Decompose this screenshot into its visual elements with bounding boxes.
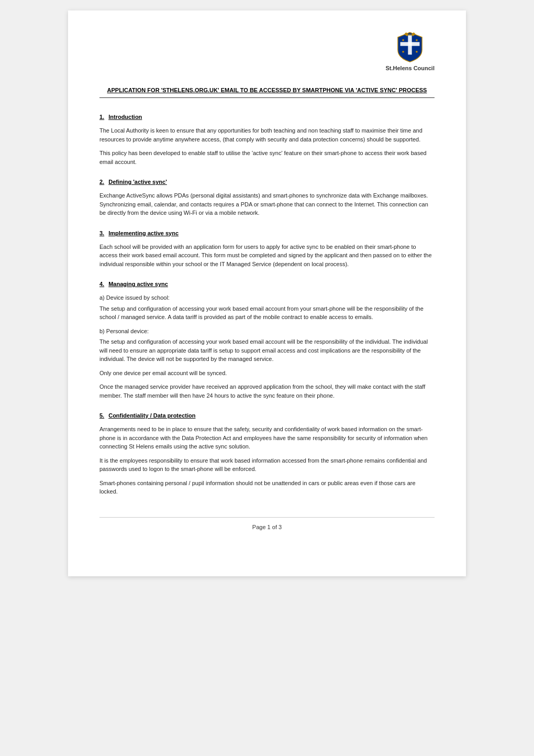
svg-point-5 (402, 51, 404, 53)
paragraph: Exchange ActiveSync allows PDAs (persona… (99, 191, 435, 217)
paragraph: The Local Authority is keen to ensure th… (99, 126, 435, 144)
svg-rect-1 (400, 42, 420, 46)
section-heading: Managing active sync (108, 281, 168, 287)
section-heading-row: 1.Introduction (99, 114, 435, 123)
section-heading: Confidentiality / Data protection (108, 412, 195, 419)
section-heading-row: 4.Managing active sync (99, 281, 435, 290)
section-heading-row: 2.Defining 'active sync' (99, 179, 435, 188)
paragraph: This policy has been developed to enable… (99, 149, 435, 166)
subsection: b) Personal device:The setup and configu… (99, 327, 435, 364)
svg-point-6 (416, 51, 418, 53)
svg-point-3 (402, 39, 404, 41)
paragraph: Once the managed service provider have r… (99, 382, 435, 400)
svg-point-4 (416, 39, 418, 41)
sections-container: 1.IntroductionThe Local Authority is kee… (99, 114, 435, 496)
logo-area: St.Helens Council (385, 31, 435, 71)
section-number: 3. (99, 230, 104, 239)
paragraph: Smart-phones containing personal / pupil… (99, 479, 435, 496)
section-heading: Defining 'active sync' (108, 179, 167, 185)
document-title: APPLICATION FOR 'STHELENS.ORG.UK' EMAIL … (99, 87, 435, 98)
section-number: 5. (99, 412, 104, 422)
page: St.Helens Council APPLICATION FOR 'STHEL… (68, 10, 466, 576)
section-number: 1. (99, 114, 104, 123)
paragraph: Each school will be provided with an app… (99, 243, 435, 269)
section-number: 4. (99, 281, 104, 290)
section-heading-row: 3.Implementing active sync (99, 230, 435, 239)
section: 3.Implementing active syncEach school wi… (99, 230, 435, 269)
subsection-label: b) Personal device: (99, 327, 435, 336)
logo-text: St.Helens Council (385, 65, 435, 71)
section-heading-row: 5.Confidentiality / Data protection (99, 412, 435, 422)
section-number: 2. (99, 179, 104, 188)
paragraph: Only one device per email account will b… (99, 369, 435, 378)
header: St.Helens Council (99, 31, 435, 71)
section-heading: Introduction (108, 114, 142, 120)
section: 1.IntroductionThe Local Authority is kee… (99, 114, 435, 166)
section: 5.Confidentiality / Data protectionArran… (99, 412, 435, 496)
section: 2.Defining 'active sync'Exchange ActiveS… (99, 179, 435, 217)
subsection-text: The setup and configuration of accessing… (99, 304, 435, 322)
subsection-text: The setup and configuration of accessing… (99, 337, 435, 364)
section-heading: Implementing active sync (108, 230, 179, 236)
council-logo-icon (394, 31, 426, 63)
paragraph: Arrangements need to be in place to ensu… (99, 425, 435, 451)
subsection: a) Device issued by school:The setup and… (99, 293, 435, 322)
page-footer: Page 1 of 3 (99, 517, 435, 530)
section: 4.Managing active synca) Device issued b… (99, 281, 435, 400)
paragraph: It is the employees responsibility to en… (99, 456, 435, 474)
subsection-label: a) Device issued by school: (99, 293, 435, 302)
